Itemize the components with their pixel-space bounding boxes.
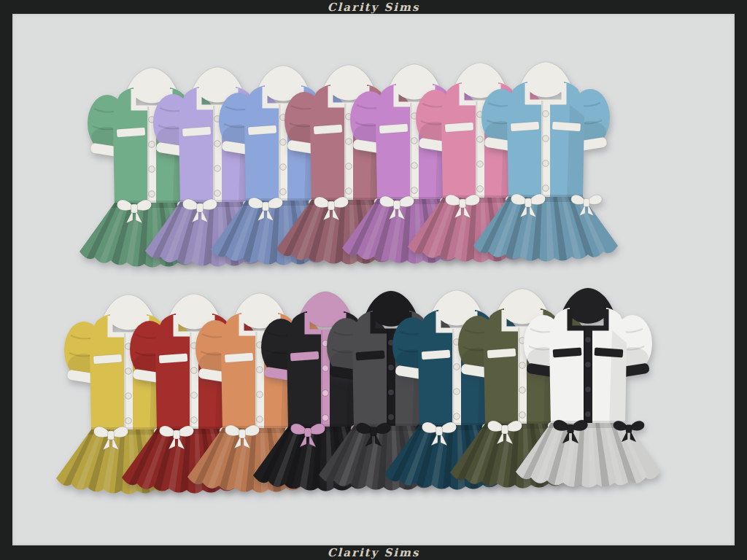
poster-frame: Clarity Sims Clarity Sims [0,0,747,560]
dress-swatch-porcelain-white [504,285,672,488]
brand-script-bottom: Clarity Sims [328,546,420,559]
dress-swatch-sky-blue [462,59,630,262]
preview-canvas [12,14,735,545]
brand-banner-top: Clarity Sims [0,0,747,15]
brand-banner-bottom: Clarity Sims [0,545,747,560]
brand-script-top: Clarity Sims [328,1,420,14]
